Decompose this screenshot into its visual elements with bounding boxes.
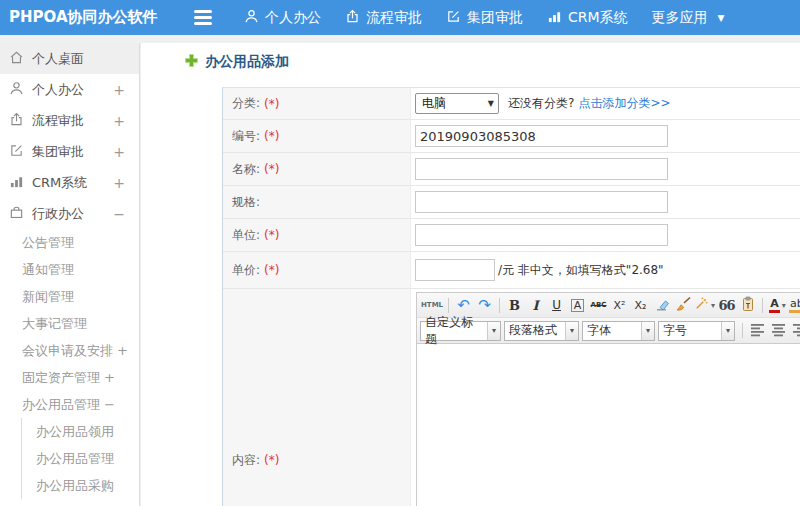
form-row-content: 内容: (*) HTML ↶ ↷ B I U [223,289,800,506]
strikethrough-button[interactable]: ABC [589,296,608,315]
label-text: 分类: [232,95,260,112]
sidebar-subitem-news-mgmt[interactable]: 新闻管理 [0,283,139,310]
nav-item-crm[interactable]: CRM系统 [547,9,628,27]
sidebar-subitem-office-supplies-mgmt[interactable]: 办公用品管理 − [0,391,139,418]
font-family-select[interactable]: 字体 ▾ [582,321,655,341]
highlight-color-button[interactable]: ab ▾ [789,296,800,315]
page-title-text: 办公用品添加 [205,53,289,71]
sidebar-subsubitem-supplies-claim[interactable]: 办公用品领用 [22,418,139,445]
toolbar-separator [448,298,449,313]
user-icon [244,9,259,27]
expand-plus-icon[interactable]: + [104,370,115,385]
align-right-button[interactable] [790,321,800,340]
price-input[interactable] [415,259,495,281]
nav-item-more-apps[interactable]: 更多应用 ▼ [652,9,725,27]
page-title: 办公用品添加 [141,43,800,71]
editor-content-area[interactable] [417,344,800,506]
align-left-button[interactable] [748,321,767,340]
nav-item-group-approval[interactable]: 集团审批 [446,9,523,27]
form-row-spec: 规格: [223,186,800,219]
paste-text-button[interactable] [738,296,757,315]
form-row-name: 名称: (*) [223,153,800,186]
nav-item-label: CRM系统 [568,9,628,27]
collapse-minus-icon[interactable]: − [104,397,115,412]
sidebar-subitem-label: 大事记管理 [22,315,87,333]
italic-button[interactable]: I [526,296,545,315]
sidebar-subsubitem-supplies-purchase[interactable]: 办公用品采购 [22,472,139,499]
undo-button[interactable]: ↶ [454,296,473,315]
collapse-minus-icon[interactable]: − [113,206,125,222]
magic-format-icon [694,296,709,314]
sidebar-item-workflow-approval[interactable]: 流程审批 + [0,105,139,136]
superscript-button[interactable]: X² [610,296,629,315]
sidebar-item-label: 流程审批 [32,112,84,130]
unit-input[interactable] [415,224,668,246]
hamburger-menu-icon[interactable] [194,10,214,25]
expand-plus-icon[interactable]: + [113,175,125,191]
expand-plus-icon[interactable]: + [117,343,128,358]
sidebar-item-crm[interactable]: CRM系统 + [0,167,139,198]
rich-text-editor: HTML ↶ ↷ B I U A ABC X² X₂ [416,292,800,506]
number-input[interactable] [415,125,668,147]
eraser-icon [654,296,670,315]
align-center-button[interactable] [769,321,788,340]
sidebar-item-personal-desktop[interactable]: 个人桌面 [0,43,139,74]
auto-typeset-button[interactable]: ▾ [694,296,715,315]
nav-item-personal-office[interactable]: 个人办公 [244,9,321,27]
required-marker: (*) [264,453,279,467]
blockquote-button[interactable]: 66 [717,296,736,315]
sidebar-item-group-approval[interactable]: 集团审批 + [0,136,139,167]
align-right-icon [792,322,800,340]
expand-plus-icon[interactable]: + [113,144,125,160]
app-logo[interactable]: PHPOA协同办公软件 [0,8,178,27]
field-label: 内容: (*) [223,289,411,506]
paragraph-format-select[interactable]: 段落格式 ▾ [504,321,579,341]
field-label: 规格: [223,186,411,218]
required-marker: (*) [264,162,279,176]
select-label: 段落格式 [505,322,565,340]
nav-item-workflow-approval[interactable]: 流程审批 [345,9,422,27]
caret-down-icon: ▾ [711,301,715,310]
underline-button[interactable]: U [547,296,566,315]
label-text: 规格: [232,194,260,211]
subscript-button[interactable]: X₂ [631,296,650,315]
sidebar-subsubmenu: 办公用品领用 办公用品管理 办公用品采购 [21,418,139,499]
brush-icon [675,296,691,315]
highlight-glyph: ab [789,298,800,313]
align-center-icon [771,322,786,340]
spec-input[interactable] [415,191,668,213]
name-input[interactable] [415,158,668,180]
field-label: 分类: (*) [223,88,411,119]
format-brush-button[interactable] [673,296,692,315]
html-source-button[interactable]: HTML [421,296,443,315]
add-category-link[interactable]: 点击添加分类>> [578,95,670,112]
sidebar-subitem-fixed-assets-mgmt[interactable]: 固定资产管理 + [0,364,139,391]
sidebar-subitem-announcement-mgmt[interactable]: 公告管理 [0,229,139,256]
sidebar-item-label: 个人桌面 [32,50,84,68]
home-icon [9,50,24,68]
sidebar-subitem-notice-mgmt[interactable]: 通知管理 [0,256,139,283]
expand-plus-icon[interactable]: + [113,82,125,98]
sidebar-subsubitem-supplies-manage[interactable]: 办公用品管理 [22,445,139,472]
bold-button[interactable]: B [505,296,524,315]
label-text: 编号: [232,128,260,145]
remove-format-button[interactable] [652,296,671,315]
form-row-unit: 单位: (*) [223,219,800,252]
select-label: 自定义标题 [421,322,487,340]
font-size-select[interactable]: 字号 ▾ [658,321,735,341]
expand-plus-icon[interactable]: + [113,113,125,129]
caret-down-icon: ▼ [718,13,725,23]
char-border-button[interactable]: A [568,296,587,315]
bar-chart-icon [547,9,562,27]
field-label: 名称: (*) [223,153,411,185]
sidebar-subitem-meeting-mgmt[interactable]: 会议申请及安排 + [0,337,139,364]
font-color-button[interactable]: A ▾ [768,296,787,315]
label-text: 名称: [232,161,260,178]
sidebar-subitem-events-mgmt[interactable]: 大事记管理 [0,310,139,337]
redo-button[interactable]: ↷ [475,296,494,315]
custom-heading-select[interactable]: 自定义标题 ▾ [420,321,501,341]
category-select[interactable]: 电脑 ▼ [415,93,499,114]
sidebar-item-personal-office[interactable]: 个人办公 + [0,74,139,105]
sidebar-item-admin-office[interactable]: 行政办公 − [0,198,139,229]
workflow-approval-icon [345,9,360,27]
